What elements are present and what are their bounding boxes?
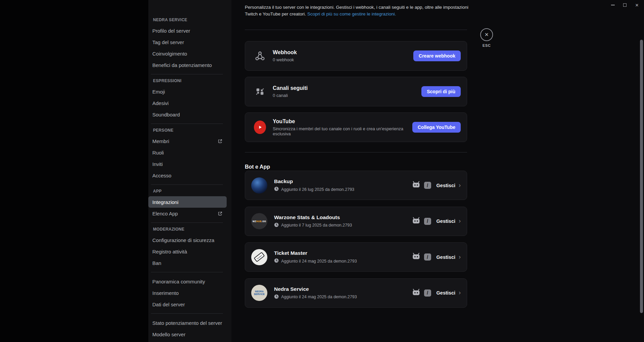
bot-added-date: Aggiunto il 26 lug 2025 da demon.2793 <box>281 187 354 192</box>
manage-button[interactable]: Gestisci › <box>437 218 461 224</box>
avatar-text: HUB <box>256 220 262 223</box>
sidebar-item-registro-attivita[interactable]: Registro attività <box>148 246 227 257</box>
sidebar-item-elenco-app[interactable]: Elenco App <box>148 208 227 219</box>
slash-commands-icon: / <box>424 253 431 261</box>
sidebar-item-panoramica-community[interactable]: Panoramica community <box>148 276 227 287</box>
sidebar-item-integrazioni[interactable]: Integrazioni <box>148 196 227 208</box>
sidebar-item-label: Inviti <box>152 161 163 167</box>
followed-channels-icon <box>254 87 266 97</box>
integration-title: Canali seguiti <box>273 85 421 91</box>
sidebar-item-modello-server[interactable]: Modello server <box>148 329 227 340</box>
bot-avatar-ticket-master: TICKET <box>251 249 267 265</box>
settings-sidebar: NEDRA SERVICE Profilo del server Tag del… <box>148 0 231 342</box>
manage-label: Gestisci <box>437 218 455 224</box>
sidebar-item-label: Modello server <box>152 332 185 337</box>
sidebar-item-dati-del-server[interactable]: Dati del server <box>148 299 227 310</box>
robot-icon <box>412 181 421 190</box>
connect-youtube-button[interactable]: Collega YouTube <box>412 122 461 133</box>
bot-row-ticket-master[interactable]: TICKET Ticket Master Aggiunto il 24 mag … <box>245 242 467 272</box>
sidebar-section-header-moderazione: MODERAZIONE <box>153 226 231 232</box>
bot-row-warzone-stats[interactable]: WZHUB.GG Warzone Stats & Loadouts Aggiun… <box>245 207 467 236</box>
sidebar-item-label: Integrazioni <box>152 199 179 205</box>
bot-avatar-backup <box>251 177 267 194</box>
sidebar-item-label: Ban <box>152 260 161 266</box>
integration-card-webhook: Webhook 0 webhook Creare webhook <box>245 41 467 71</box>
sidebar-item-inserimento[interactable]: Inserimento <box>148 287 227 299</box>
bot-avatar-nedra-service: NEDRASERVICE <box>251 285 267 301</box>
sidebar-item-label: Accesso <box>152 173 172 178</box>
vertical-scrollbar-thumb[interactable] <box>640 40 643 313</box>
avatar-text: NEDRA <box>255 290 264 293</box>
clock-icon <box>274 186 279 192</box>
bot-name: Warzone Stats & Loadouts <box>274 214 412 220</box>
integrations-description-line2: Twitch e YouTube per creatori. <box>245 11 306 16</box>
chevron-right-icon: › <box>459 182 461 188</box>
manage-button[interactable]: Gestisci › <box>437 254 461 260</box>
close-icon: ✕ <box>485 32 489 38</box>
close-window-button[interactable]: ✕ <box>631 0 643 10</box>
external-link-icon <box>218 139 223 144</box>
youtube-icon <box>254 121 266 134</box>
sidebar-item-benefici-da-potenziamento[interactable]: Benefici da potenziamento <box>148 59 227 71</box>
integration-title: Webhook <box>273 49 413 56</box>
manage-button[interactable]: Gestisci › <box>437 182 461 189</box>
sidebar-item-inviti[interactable]: Inviti <box>148 158 227 170</box>
sidebar-item-label: Emoji <box>152 89 165 95</box>
sidebar-divider <box>151 184 223 185</box>
esc-label: ESC <box>479 43 494 47</box>
clock-icon <box>274 258 279 264</box>
maximize-button[interactable] <box>619 0 631 10</box>
bot-name: Nedra Service <box>274 286 412 292</box>
sidebar-item-label: Dati del server <box>152 302 185 307</box>
integration-title: YouTube <box>273 118 412 125</box>
learn-more-link[interactable]: Scopri di più su come gestire le integra… <box>307 11 396 16</box>
bot-row-backup[interactable]: Backup Aggiunto il 26 lug 2025 da demon.… <box>245 171 467 200</box>
discover-more-button[interactable]: Scopri di più <box>421 86 461 97</box>
clock-icon <box>274 223 279 228</box>
sidebar-item-label: Panoramica community <box>152 279 205 284</box>
sidebar-item-coinvolgimento[interactable]: Coinvolgimento <box>148 48 227 59</box>
manage-label: Gestisci <box>437 183 455 188</box>
sidebar-item-adesivi[interactable]: Adesivi <box>148 97 227 109</box>
sidebar-item-membri[interactable]: Membri <box>148 135 227 147</box>
robot-icon <box>412 252 421 262</box>
sidebar-item-tag-del-server[interactable]: Tag del server <box>148 36 227 48</box>
sidebar-item-label: Coinvolgimento <box>152 51 187 57</box>
sidebar-item-profilo-del-server[interactable]: Profilo del server <box>148 25 227 36</box>
sidebar-divider <box>151 223 223 223</box>
sidebar-item-stato-potenziamento-del-server[interactable]: Stato potenziamento del server <box>148 317 227 329</box>
integration-subtitle: 0 canali <box>273 93 421 98</box>
sidebar-item-label: Adesivi <box>152 100 168 106</box>
create-webhook-button[interactable]: Creare webhook <box>413 50 461 61</box>
content-divider <box>245 30 467 30</box>
sidebar-divider <box>151 272 223 272</box>
bot-added-date: Aggiunto il 24 mag 2025 da demon.2793 <box>281 295 357 299</box>
integration-subtitle: 0 webhook <box>273 57 413 62</box>
sidebar-item-soundboard[interactable]: Soundboard <box>148 109 227 120</box>
bot-row-nedra-service[interactable]: NEDRASERVICE Nedra Service Aggiunto il 2… <box>245 278 467 308</box>
sidebar-divider <box>151 124 223 124</box>
manage-button[interactable]: Gestisci › <box>437 290 461 296</box>
sidebar-item-ruoli[interactable]: Ruoli <box>148 147 227 158</box>
minimize-button[interactable] <box>607 0 619 10</box>
webhook-icon <box>254 50 266 62</box>
avatar-text: WZ <box>253 220 256 223</box>
sidebar-divider <box>151 74 223 74</box>
sidebar-divider <box>151 313 223 314</box>
slash-commands-icon: / <box>424 289 431 297</box>
robot-icon <box>412 217 421 226</box>
sidebar-item-ban[interactable]: Ban <box>148 257 227 269</box>
integration-subtitle: Sincronizza i membri del tuo canale con … <box>273 126 412 136</box>
sidebar-item-accesso[interactable]: Accesso <box>148 170 227 181</box>
close-settings-button[interactable]: ✕ ESC <box>479 28 494 47</box>
sidebar-item-emoji[interactable]: Emoji <box>148 86 227 97</box>
sidebar-item-configurazione-di-sicurezza[interactable]: Configurazione di sicurezza <box>148 234 227 246</box>
robot-icon <box>412 288 421 298</box>
avatar-text: SERVICE <box>254 293 265 296</box>
slash-commands-icon: / <box>424 182 431 189</box>
bots-and-apps-heading: Bot e App <box>245 164 467 171</box>
chevron-right-icon: › <box>459 254 461 260</box>
slash-commands-icon: / <box>424 218 431 225</box>
sidebar-item-label: Configurazione di sicurezza <box>152 237 214 243</box>
sidebar-item-label: Membri <box>152 138 169 144</box>
